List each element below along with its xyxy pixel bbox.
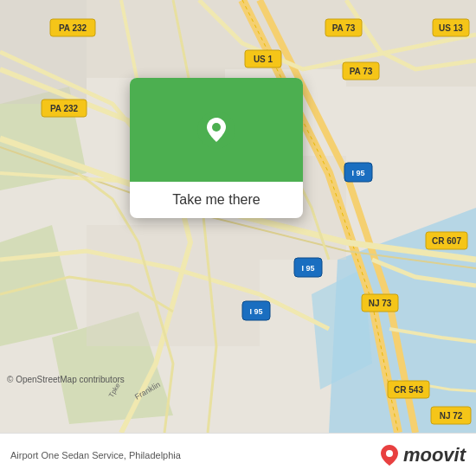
moovit-text: moovit [403,444,466,466]
location-text: Airport One Sedan Service, Philadelphia [10,450,181,460]
svg-text:PA 232: PA 232 [59,23,87,33]
svg-point-41 [212,123,221,132]
map-container: PA 232 PA 232 US 1 PA 73 PA 73 US 13 I 9… [0,0,476,433]
svg-text:I 95: I 95 [301,264,314,273]
popup-card: Take me there [130,78,303,218]
moovit-pin-icon [381,445,398,466]
moovit-logo: moovit [381,444,466,466]
popup-map-area [130,78,303,182]
svg-text:I 95: I 95 [249,307,262,316]
svg-text:PA 73: PA 73 [332,23,356,33]
svg-text:US 1: US 1 [254,55,273,64]
svg-text:US 13: US 13 [439,23,463,33]
svg-text:PA 232: PA 232 [50,104,79,113]
map-attribution: © OpenStreetMap contributors [7,375,125,384]
bottom-bar: Airport One Sedan Service, Philadelphia … [0,433,476,476]
take-me-there-button[interactable]: Take me there [130,182,303,218]
svg-point-42 [386,450,393,457]
location-pin-icon [197,111,235,149]
svg-text:CR 543: CR 543 [394,385,423,395]
svg-text:I 95: I 95 [351,169,364,177]
svg-text:NJ 72: NJ 72 [440,411,463,421]
svg-rect-6 [87,0,225,78]
svg-text:CR 607: CR 607 [432,236,461,246]
svg-text:NJ 73: NJ 73 [369,299,392,308]
svg-text:PA 73: PA 73 [350,67,373,76]
